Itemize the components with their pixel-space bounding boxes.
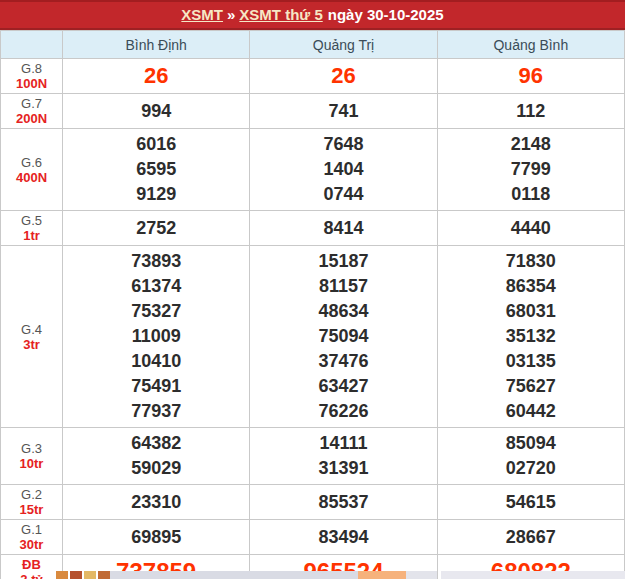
prize-number: 11009 xyxy=(63,324,249,349)
prize-id: G.3 xyxy=(1,441,62,456)
prize-number: 61374 xyxy=(63,274,249,299)
prize-row: G.8100N262696 xyxy=(1,59,625,94)
prize-value-cell: 8414 xyxy=(250,211,437,246)
prize-value-cell: 6438259029 xyxy=(63,428,250,485)
prize-number: 75491 xyxy=(63,374,249,399)
prize-number: 31391 xyxy=(250,456,436,481)
prize-number: 75627 xyxy=(438,374,624,399)
prize-number: 48634 xyxy=(250,299,436,324)
xsmt-link[interactable]: XSMT xyxy=(181,6,223,23)
title-separator: » xyxy=(227,6,235,23)
prize-number: 59029 xyxy=(63,456,249,481)
prize-amount: 1tr xyxy=(1,228,62,243)
prize-number: 69895 xyxy=(63,525,249,550)
prize-value-cell: 15187811574863475094374766342776226 xyxy=(250,246,437,428)
prize-amount: 400N xyxy=(1,170,62,185)
prize-label-cell: G.6400N xyxy=(1,129,63,211)
prize-number: 14111 xyxy=(250,431,436,456)
prize-number: 81157 xyxy=(250,274,436,299)
corner-cell xyxy=(1,31,63,59)
prize-id: G.2 xyxy=(1,487,62,502)
prize-number: 83494 xyxy=(250,525,436,550)
prize-number: 0744 xyxy=(250,182,436,207)
prize-number: 28667 xyxy=(438,525,624,550)
prize-rows: G.8100N262696G.7200N994741112G.6400N6016… xyxy=(1,59,625,579)
prize-amount: 15tr xyxy=(1,502,62,517)
prize-value-cell: 4440 xyxy=(437,211,624,246)
prize-number: 76226 xyxy=(250,399,436,424)
prize-number: 26 xyxy=(63,62,249,90)
prize-row: G.310tr643825902914111313918509402720 xyxy=(1,428,625,485)
prize-number: 112 xyxy=(438,99,624,124)
prize-amount: 3tr xyxy=(1,337,62,352)
prize-id: G.8 xyxy=(1,61,62,76)
prize-number: 0118 xyxy=(438,182,624,207)
prize-value-cell: 741 xyxy=(250,94,437,129)
prize-number: 71830 xyxy=(438,249,624,274)
prize-row: G.6400N601665959129764814040744214877990… xyxy=(1,129,625,211)
prize-value-cell: 96 xyxy=(437,59,624,94)
prize-number: 965524 xyxy=(250,558,436,579)
prize-value-cell: 26 xyxy=(63,59,250,94)
prize-number: 680822 xyxy=(438,558,624,579)
prize-label-cell: G.7200N xyxy=(1,94,63,129)
prize-value-cell: 112 xyxy=(437,94,624,129)
prize-value-cell: 764814040744 xyxy=(250,129,437,211)
prize-value-cell: 28667 xyxy=(437,520,624,555)
prize-number: 75094 xyxy=(250,324,436,349)
prize-label-cell: G.215tr xyxy=(1,485,63,520)
prize-label-cell: G.310tr xyxy=(1,428,63,485)
column-header-quang-binh: Quảng Bình xyxy=(437,31,624,59)
prize-row: G.7200N994741112 xyxy=(1,94,625,129)
title-date: ngày 30-10-2025 xyxy=(328,6,444,23)
prize-amount: 200N xyxy=(1,111,62,126)
prize-id: G.1 xyxy=(1,522,62,537)
prize-label-cell: G.8100N xyxy=(1,59,63,94)
prize-value-cell: 83494 xyxy=(250,520,437,555)
prize-number: 737859 xyxy=(63,558,249,579)
prize-number: 77937 xyxy=(63,399,249,424)
prize-amount: 30tr xyxy=(1,537,62,552)
prize-label-cell: ĐB2 tỷ xyxy=(1,555,63,579)
prize-number: 35132 xyxy=(438,324,624,349)
prize-number: 85094 xyxy=(438,431,624,456)
prize-number: 85537 xyxy=(250,490,436,515)
prize-value-cell: 601665959129 xyxy=(63,129,250,211)
prize-number: 1404 xyxy=(250,157,436,182)
prize-value-cell: 994 xyxy=(63,94,250,129)
prize-amount: 100N xyxy=(1,76,62,91)
table-header-row: Bình Định Quảng Trị Quảng Bình xyxy=(1,31,625,59)
prize-number: 741 xyxy=(250,99,436,124)
prize-number: 68031 xyxy=(438,299,624,324)
prize-row: ĐB2 tỷ737859965524680822 xyxy=(1,555,625,579)
prize-value-cell: 1411131391 xyxy=(250,428,437,485)
title-bar: XSMT»XSMT thứ 5ngày 30-10-2025 xyxy=(0,0,625,30)
prize-number: 15187 xyxy=(250,249,436,274)
prize-id: G.6 xyxy=(1,155,62,170)
prize-value-cell: 214877990118 xyxy=(437,129,624,211)
prize-number: 02720 xyxy=(438,456,624,481)
prize-amount: 2 tỷ xyxy=(1,572,62,579)
results-table: Bình Định Quảng Trị Quảng Bình G.8100N26… xyxy=(0,30,625,579)
prize-label-cell: G.43tr xyxy=(1,246,63,428)
prize-number: 63427 xyxy=(250,374,436,399)
lottery-results-page: XSMT»XSMT thứ 5ngày 30-10-2025 Bình Định… xyxy=(0,0,625,579)
prize-amount: 10tr xyxy=(1,456,62,471)
prize-number: 73893 xyxy=(63,249,249,274)
prize-number: 60442 xyxy=(438,399,624,424)
prize-number: 7648 xyxy=(250,132,436,157)
prize-number: 86354 xyxy=(438,274,624,299)
xsmt-day-link[interactable]: XSMT thứ 5 xyxy=(239,6,322,23)
prize-number: 54615 xyxy=(438,490,624,515)
prize-label-cell: G.51tr xyxy=(1,211,63,246)
prize-number: 7799 xyxy=(438,157,624,182)
prize-number: 2148 xyxy=(438,132,624,157)
prize-value-cell: 73893613747532711009104107549177937 xyxy=(63,246,250,428)
prize-number: 37476 xyxy=(250,349,436,374)
column-header-quang-tri: Quảng Trị xyxy=(250,31,437,59)
prize-id: G.5 xyxy=(1,213,62,228)
prize-label-cell: G.130tr xyxy=(1,520,63,555)
prize-number: 26 xyxy=(250,62,436,90)
prize-number: 23310 xyxy=(63,490,249,515)
prize-number: 96 xyxy=(438,62,624,90)
